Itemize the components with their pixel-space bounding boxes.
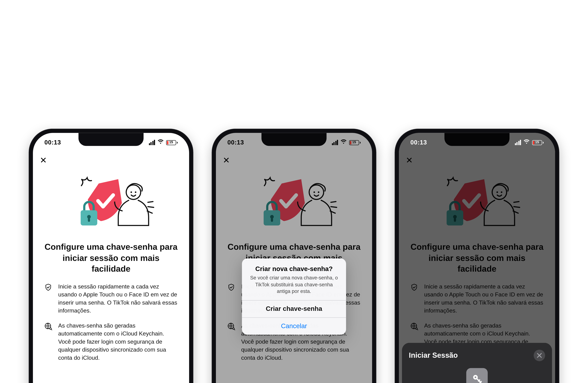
battery-icon: 15 [166, 140, 178, 145]
key-icon [409, 361, 545, 383]
benefit-row: As chaves-senha são geradas automaticame… [44, 321, 178, 361]
hero-illustration [33, 169, 189, 240]
status-time: 00:13 [410, 139, 427, 146]
battery-icon: 15 [532, 140, 544, 145]
passkey-setup-screen: ✕ [33, 133, 189, 383]
alert-confirm-button[interactable]: Criar chave-senha [242, 300, 346, 317]
iphone-frame: 00:13 15 ✕ [395, 129, 559, 383]
alert-message: Se você criar uma nova chave-senha, o Ti… [249, 274, 339, 295]
wifi-icon [157, 139, 164, 146]
cellular-icon [515, 140, 521, 145]
notch [79, 133, 144, 146]
iphone-frame: 00:13 15 ✕ [29, 129, 193, 383]
benefit-text: As chaves-senha são geradas automaticame… [58, 321, 178, 361]
alert-title: Criar nova chave-senha? [249, 265, 339, 273]
svg-point-4 [130, 191, 132, 193]
svg-point-25 [475, 376, 476, 378]
benefit-row: Inicie a sessão rapidamente a cada vez u… [44, 282, 178, 314]
svg-point-5 [135, 191, 136, 193]
benefit-text: Inicie a sessão rapidamente a cada vez u… [58, 282, 178, 314]
globe-key-icon [44, 321, 53, 330]
shield-check-icon [44, 282, 53, 291]
alert-cancel-button[interactable]: Cancelar [242, 317, 346, 335]
iphone-frame: 00:13 15 ✕ [212, 129, 376, 383]
svg-rect-2 [88, 218, 90, 222]
close-icon[interactable] [534, 350, 545, 361]
sheet-title: Iniciar Sessão [409, 351, 458, 360]
close-icon[interactable]: ✕ [40, 156, 47, 165]
save-passkey-sheet: Iniciar Sessão Deseja salvar uma chave-s… [402, 343, 552, 383]
cellular-icon [149, 140, 155, 145]
wifi-icon [523, 139, 530, 146]
status-time: 00:13 [44, 139, 61, 146]
create-passkey-alert: Criar nova chave-senha? Se você criar um… [242, 258, 346, 335]
page-title: Configure uma chave-senha para iniciar s… [33, 240, 189, 281]
modal-backdrop [216, 133, 372, 383]
status-bar: 00:13 15 [399, 133, 555, 152]
